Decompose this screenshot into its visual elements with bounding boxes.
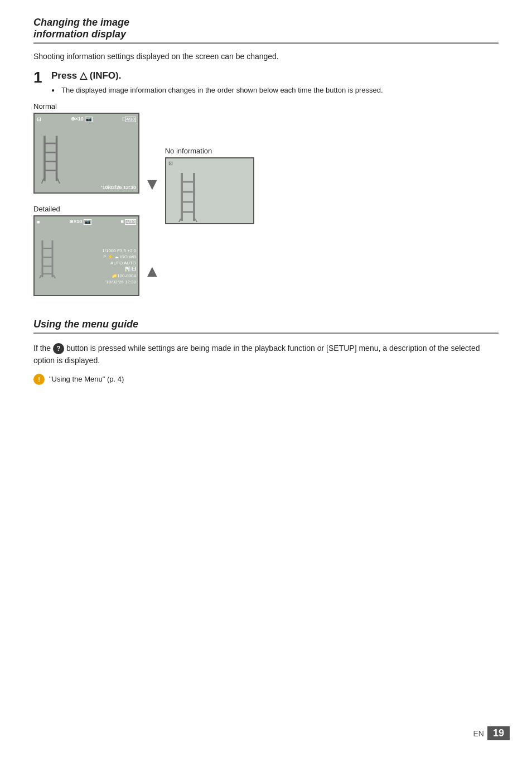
section2-heading: Using the menu guide (33, 319, 138, 330)
screens-layout: Normal ⊡ ⊛×10 📷 □4/30 (33, 102, 499, 296)
no-info-ladder (177, 172, 205, 216)
no-info-screen: ⊡ (165, 157, 254, 224)
section2-title-block: Using the menu guide (33, 319, 499, 334)
normal-screen-ladder (39, 133, 70, 184)
detailed-screen-topbar: ■ ⊛×10 📷 ■ 4/30 (37, 219, 136, 225)
arrow-up-icon: ▲ (144, 262, 161, 281)
detailed-top-mid: ⊛×10 📷 (69, 219, 91, 225)
arrow-up-wrapper: ▲ (144, 262, 161, 281)
step1-bullet: The displayed image information changes … (51, 86, 499, 94)
svg-line-22 (178, 219, 181, 222)
no-info-topbar: ⊡ (168, 161, 251, 166)
page-number-block: EN 19 (473, 726, 510, 740)
detailed-screen-ladder (39, 239, 61, 278)
arrow-down-icon: ▼ (144, 175, 161, 194)
reference-text: "Using the Menu" (p. 4) (49, 375, 124, 383)
detail-line3: AUTO AUTO (102, 260, 136, 266)
svg-line-14 (40, 275, 41, 278)
normal-top-right: □4/30 (122, 116, 136, 122)
arrow-down-wrapper: ▼ (144, 175, 161, 194)
detail-line5: 📁100-0004 (102, 273, 136, 279)
section1-title-line1: Changing the image (33, 17, 129, 28)
svg-line-23 (195, 219, 197, 222)
normal-top-left: ⊡ (37, 117, 41, 122)
question-button-icon: ? (53, 343, 64, 354)
section2-text: If the ? button is pressed while setting… (33, 342, 499, 367)
no-info-label: No information (165, 147, 254, 155)
no-info-top-left: ⊡ (168, 161, 173, 166)
section2-intro1: If the (33, 344, 51, 353)
detail-line1: 1/1000 F3.5 +2.0 (102, 248, 136, 254)
detail-line6: '10/02/26 12:30 (102, 279, 136, 285)
detailed-label-wrapper: Detailed (33, 205, 139, 215)
svg-line-15 (54, 275, 55, 278)
normal-screen: ⊡ ⊛×10 📷 □4/30 (33, 113, 139, 194)
normal-datetime: '10/02/26 12:30 (101, 185, 136, 190)
normal-screen-topbar: ⊡ ⊛×10 📷 □4/30 (37, 116, 136, 122)
section2-intro2: button is pressed while settings are bei… (33, 344, 480, 365)
detail-line2: P ⚡ ☁ ISO WB (102, 254, 136, 260)
section1-heading: Changing the image information display (33, 17, 129, 40)
step1-number: 1 (33, 70, 47, 85)
section1-intro: Shooting information settings displayed … (33, 52, 499, 61)
step1-title: Press △ (INFO). (51, 70, 499, 81)
step1-title-text: Press △ (INFO). (51, 70, 121, 81)
page-en-label: EN (473, 729, 484, 738)
left-screens: Normal ⊡ ⊛×10 📷 □4/30 (33, 102, 139, 296)
svg-line-6 (42, 179, 44, 184)
detailed-top-left: ■ (37, 219, 40, 225)
reference-icon: ! (33, 374, 45, 385)
section1-title-block: Changing the image information display (33, 17, 499, 44)
section1-title-line2: information display (33, 28, 126, 40)
detailed-screen-info: 1/1000 F3.5 +2.0 P ⚡ ☁ ISO WB AUTO AUTO … (102, 248, 136, 285)
normal-screen-bottom: '10/02/26 12:30 (37, 185, 136, 190)
step1-block: 1 Press △ (INFO). The displayed image in… (33, 70, 499, 97)
detail-line4: 📊 🎞 (102, 266, 136, 272)
arrows-column: ▼ ▲ (139, 102, 165, 281)
normal-label: Normal (33, 102, 139, 110)
right-screens: No information ⊡ (165, 102, 254, 224)
normal-top-mid: ⊛×10 📷 (71, 116, 93, 122)
page-number: 19 (487, 726, 510, 740)
reference-line: ! "Using the Menu" (p. 4) (33, 374, 499, 385)
page-container: Changing the image information display S… (0, 0, 532, 407)
detailed-screen: ■ ⊛×10 📷 ■ 4/30 (33, 215, 139, 296)
detailed-label: Detailed (33, 205, 139, 213)
section2-wrapper: Using the menu guide If the ? button is … (33, 319, 499, 385)
detailed-top-right: ■ 4/30 (120, 219, 136, 225)
svg-line-7 (57, 179, 60, 184)
step1-content: Press △ (INFO). The displayed image info… (51, 70, 499, 97)
